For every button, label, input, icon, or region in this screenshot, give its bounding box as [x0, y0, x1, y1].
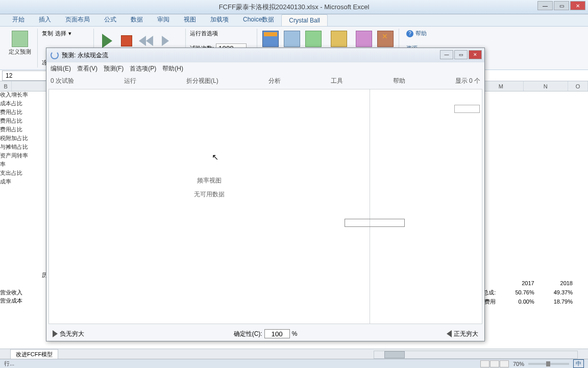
status-left: 行... — [4, 360, 14, 367]
zoom-slider[interactable] — [528, 363, 569, 365]
col-N[interactable]: N — [524, 81, 569, 91]
stats-dropdown[interactable] — [454, 105, 480, 113]
tab-formula[interactable]: 公式 — [97, 13, 124, 26]
tab-crystalball[interactable]: Crystal Ball — [281, 14, 328, 26]
tab-review[interactable]: 审阅 — [150, 13, 177, 26]
col-O[interactable]: O — [568, 81, 588, 91]
tab-home[interactable]: 开始 — [5, 13, 32, 26]
view-buttons — [480, 360, 509, 367]
window-controls: — ▭ ✕ — [537, 1, 585, 10]
name-box[interactable]: 12 — [2, 71, 48, 81]
cost-label: 营业成本 — [0, 297, 22, 305]
left-marker-icon[interactable] — [53, 330, 58, 337]
window-title: FCFF蒙泰卡洛模拟20240130.xlsx - Microsoft Exce… — [219, 3, 370, 12]
more-icon — [377, 31, 394, 47]
status-bar: 行... 70% 中 — [0, 359, 588, 368]
dialog-maximize-button[interactable]: ▭ — [454, 50, 468, 59]
horizontal-scrollbar[interactable] — [374, 351, 578, 359]
help-link[interactable]: ?帮助 — [406, 30, 427, 37]
scroll-thumb[interactable] — [384, 351, 405, 358]
skip-fwd-icon — [162, 36, 169, 46]
page-layout-button[interactable] — [490, 360, 499, 367]
menu-forecast[interactable]: 预测(F) — [104, 64, 124, 73]
view-icon — [262, 31, 279, 47]
pos-inf-label: 正无穷大 — [454, 330, 478, 338]
maximize-button[interactable]: ▭ — [554, 1, 569, 10]
dialog-body: 频率视图 无可用数据 — [48, 89, 482, 324]
tab-layout[interactable]: 页面布局 — [58, 13, 97, 26]
copy-button[interactable]: 复制 — [42, 30, 53, 37]
dialog-footer: 负无穷大 确定性(C): % 正无穷大 — [46, 326, 484, 341]
ribbon-tabs: 开始 插入 页面布局 公式 数据 审阅 视图 加载项 Choice数据 Crys… — [0, 14, 588, 27]
zoom-label[interactable]: 70% — [513, 361, 524, 367]
stop-icon — [121, 35, 132, 47]
dialog-toolbar: 0 次试验 运行 折分视图(L) 分析 工具 帮助 显示 0 个 — [46, 75, 484, 87]
select-button[interactable]: 选择 — [55, 30, 66, 37]
revenue-label: 营业收入 — [0, 289, 22, 296]
tab-view[interactable]: 视图 — [177, 13, 203, 26]
dialog-menu: 编辑(E) 查看(V) 预测(F) 首选项(P) 帮助(H) — [46, 62, 484, 75]
menu-view[interactable]: 查看(V) — [77, 64, 97, 73]
split-view-button[interactable]: 折分视图(L) — [186, 77, 218, 85]
extract-icon — [305, 31, 322, 47]
run-pref-button[interactable]: 运行首选项 — [190, 30, 218, 37]
title-bar: FCFF蒙泰卡洛模拟20240130.xlsx - Microsoft Exce… — [0, 0, 588, 14]
neg-inf-label: 负无穷大 — [60, 330, 84, 338]
create-icon — [284, 31, 300, 47]
no-data-label: 无可用数据 — [194, 190, 225, 199]
page-break-button[interactable] — [500, 360, 509, 367]
language-button[interactable]: 中 — [573, 359, 584, 368]
predict-icon — [356, 31, 372, 47]
menu-help[interactable]: 帮助(H) — [162, 64, 183, 73]
sheet-tab-model[interactable]: 改进FCFF模型 — [10, 349, 58, 359]
define-forecast-button[interactable]: 定义预测 — [6, 30, 33, 57]
normal-view-button[interactable] — [480, 360, 489, 367]
dialog-close-button[interactable]: ✕ — [469, 50, 482, 59]
col-M[interactable]: M — [479, 81, 524, 91]
tab-addins[interactable]: 加载项 — [203, 13, 236, 26]
right-marker-icon[interactable] — [447, 330, 452, 337]
skip-back-icon2 — [146, 36, 153, 46]
tab-insert[interactable]: 插入 — [32, 13, 58, 26]
dialog-title-bar[interactable]: 预测: 永续现金流 — ▭ ✕ — [46, 48, 484, 62]
col-B[interactable]: B — [0, 81, 12, 91]
tab-data[interactable]: 数据 — [124, 13, 150, 26]
minimize-button[interactable]: — — [537, 1, 553, 10]
help-icon: ? — [406, 30, 413, 37]
menu-edit[interactable]: 编辑(E) — [51, 64, 71, 73]
dialog-minimize-button[interactable]: — — [440, 50, 453, 59]
certainty-label: 确定性(C): — [234, 330, 262, 338]
forecast-dialog: 预测: 永续现金流 — ▭ ✕ 编辑(E) 查看(V) 预测(F) 首选项(P)… — [46, 48, 485, 341]
display-count: 显示 0 个 — [455, 77, 480, 85]
trials-count: 0 次试验 — [51, 77, 74, 85]
selected-cell-outline — [345, 219, 405, 227]
skip-back-icon — [139, 36, 146, 46]
stats-panel — [370, 89, 482, 324]
optquest-icon — [331, 31, 347, 47]
chart-area: 频率视图 无可用数据 — [49, 89, 370, 324]
play-icon — [102, 34, 112, 48]
close-button[interactable]: ✕ — [570, 1, 585, 10]
tab-choice[interactable]: Choice数据 — [236, 13, 281, 26]
define-icon — [12, 31, 28, 47]
spinner-icon — [51, 51, 59, 59]
menu-pref[interactable]: 首选项(P) — [130, 64, 156, 73]
dialog-title: 预测: 永续现金流 — [62, 51, 108, 60]
certainty-input[interactable] — [264, 329, 290, 338]
chart-view-label: 频率视图 — [194, 176, 225, 185]
